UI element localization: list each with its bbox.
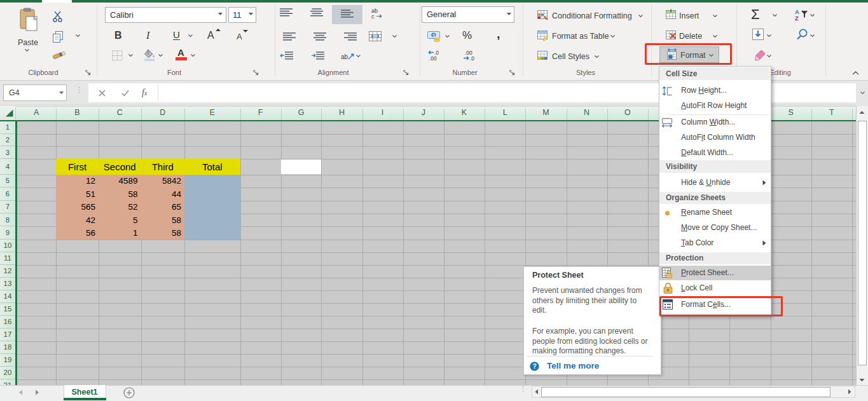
svg-text:Z: Z <box>795 15 799 22</box>
svg-text:.0: .0 <box>470 55 474 62</box>
svg-text:ab: ab <box>341 53 348 60</box>
svg-text:c: c <box>371 13 375 20</box>
svg-text:$: $ <box>432 32 436 38</box>
svg-text:.00: .00 <box>429 55 437 62</box>
svg-text:?: ? <box>533 362 537 370</box>
